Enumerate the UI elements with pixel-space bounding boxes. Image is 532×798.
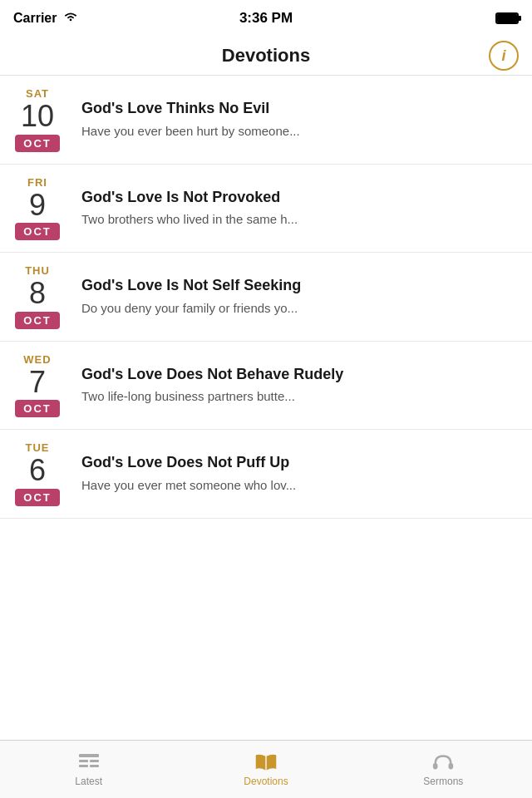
day-number-sat10: 10 (21, 100, 54, 133)
date-col-thu8: THU 8 OCT (0, 264, 75, 329)
content-col-sat10: God's Love Thinks No Evil Have you ever … (75, 87, 519, 152)
day-number-thu8: 8 (29, 277, 46, 310)
devotion-excerpt-fri9: Two brothers who lived in the same h... (81, 210, 519, 228)
page-title: Devotions (222, 45, 310, 66)
day-name-sat10: SAT (26, 87, 49, 100)
day-name-wed7: WED (23, 353, 51, 366)
devotion-item-wed7[interactable]: WED 7 OCT God's Love Does Not Behave Rud… (0, 342, 532, 431)
month-badge-thu8: OCT (15, 312, 59, 329)
devotion-title-tue6: God's Love Does Not Puff Up (81, 454, 519, 472)
svg-point-0 (70, 19, 72, 22)
content-col-wed7: God's Love Does Not Behave Rudely Two li… (75, 353, 519, 418)
content-col-thu8: God's Love Is Not Self Seeking Do you de… (75, 264, 519, 329)
month-badge-fri9: OCT (15, 223, 59, 240)
status-time: 3:36 PM (239, 10, 293, 27)
day-name-tue6: TUE (26, 441, 50, 454)
tab-latest-label: Latest (75, 776, 102, 787)
tab-bar: Latest Devotions Sermons (0, 740, 532, 798)
devotion-item-thu8[interactable]: THU 8 OCT God's Love Is Not Self Seeking… (0, 253, 532, 342)
devotion-title-wed7: God's Love Does Not Behave Rudely (81, 366, 519, 384)
content-col-tue6: God's Love Does Not Puff Up Have you eve… (75, 441, 519, 506)
devotion-excerpt-tue6: Have you ever met someone who lov... (81, 476, 519, 494)
devotion-title-fri9: God's Love Is Not Provoked (81, 189, 519, 207)
day-number-tue6: 6 (29, 454, 46, 487)
devotion-excerpt-thu8: Do you deny your family or friends yo... (81, 299, 519, 317)
day-number-wed7: 7 (29, 366, 46, 399)
status-bar: Carrier 3:36 PM (0, 0, 532, 37)
status-left: Carrier (13, 11, 78, 26)
devotion-title-thu8: God's Love Is Not Self Seeking (81, 277, 519, 295)
day-number-fri9: 9 (29, 189, 46, 222)
devotion-excerpt-wed7: Two life-long business partners butte... (81, 387, 519, 405)
tab-latest[interactable]: Latest (0, 752, 177, 787)
date-col-wed7: WED 7 OCT (0, 353, 75, 418)
date-col-tue6: TUE 6 OCT (0, 441, 75, 506)
date-col-sat10: SAT 10 OCT (0, 87, 75, 152)
devotion-excerpt-sat10: Have you ever been hurt by someone... (81, 122, 519, 140)
battery-indicator (495, 12, 519, 24)
devotion-list: SAT 10 OCT God's Love Thinks No Evil Hav… (0, 76, 532, 732)
carrier-label: Carrier (13, 11, 57, 26)
tab-sermons[interactable]: Sermons (355, 752, 532, 787)
month-badge-wed7: OCT (15, 400, 59, 417)
tab-sermons-label: Sermons (423, 776, 463, 787)
latest-icon (77, 752, 101, 772)
devotion-item-sat10[interactable]: SAT 10 OCT God's Love Thinks No Evil Hav… (0, 76, 532, 165)
page-header: Devotions i (0, 37, 532, 76)
svg-rect-1 (79, 754, 99, 757)
devotion-title-sat10: God's Love Thinks No Evil (81, 100, 519, 118)
devotion-item-tue6[interactable]: TUE 6 OCT God's Love Does Not Puff Up Ha… (0, 430, 532, 519)
month-badge-tue6: OCT (15, 489, 59, 506)
tab-devotions-label: Devotions (244, 776, 288, 787)
info-button[interactable]: i (489, 41, 519, 71)
tab-devotions[interactable]: Devotions (177, 752, 354, 787)
day-name-fri9: FRI (27, 176, 47, 189)
devotions-book-icon (254, 752, 278, 772)
month-badge-sat10: OCT (15, 135, 59, 152)
svg-rect-5 (90, 765, 99, 767)
svg-rect-7 (449, 762, 454, 768)
svg-rect-2 (79, 760, 88, 762)
day-name-thu8: THU (25, 264, 50, 277)
svg-rect-3 (90, 760, 99, 762)
sermons-headphones-icon (431, 752, 455, 772)
devotion-item-fri9[interactable]: FRI 9 OCT God's Love Is Not Provoked Two… (0, 165, 532, 254)
date-col-fri9: FRI 9 OCT (0, 176, 75, 241)
content-col-fri9: God's Love Is Not Provoked Two brothers … (75, 176, 519, 241)
svg-rect-4 (79, 765, 88, 767)
svg-rect-6 (433, 762, 438, 768)
wifi-icon (63, 11, 78, 26)
